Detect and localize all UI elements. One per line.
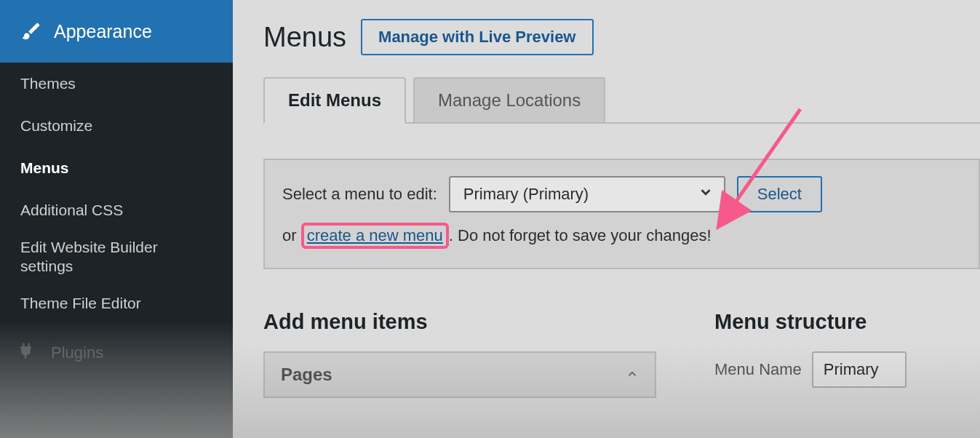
sidebar-item-label: Appearance (54, 21, 152, 42)
add-menu-items-column: Add menu items Pages (263, 310, 656, 398)
select-button[interactable]: Select (737, 176, 822, 212)
sidebar-subitem-menus[interactable]: Menus (0, 147, 233, 189)
menu-structure-column: Menu structure Menu Name (714, 310, 907, 398)
create-new-menu-link[interactable]: create a new menu (307, 226, 443, 244)
select-menu-label: Select a menu to edit: (282, 185, 437, 204)
chevron-down-icon (698, 184, 714, 204)
pages-accordion[interactable]: Pages (263, 351, 656, 398)
sidebar-item-plugins[interactable]: Plugins (0, 330, 233, 375)
page-header: Menus Manage with Live Preview (263, 19, 980, 55)
or-text: or (282, 226, 301, 244)
tabs-nav: Edit Menus Manage Locations (263, 77, 980, 124)
live-preview-button[interactable]: Manage with Live Preview (361, 19, 593, 55)
sidebar-subitem-theme-file-editor[interactable]: Theme File Editor (0, 282, 233, 324)
plug-icon (16, 341, 41, 365)
tab-manage-locations[interactable]: Manage Locations (413, 77, 605, 122)
add-items-title: Add menu items (263, 310, 656, 334)
sidebar-subitem-additional-css[interactable]: Additional CSS (0, 189, 233, 231)
brush-icon (19, 19, 44, 44)
after-create-text: . Do not forget to save your changes! (449, 226, 712, 244)
sidebar-subitem-website-builder[interactable]: Edit Website Builder settings (0, 231, 233, 282)
sidebar-subitem-themes[interactable]: Themes (0, 63, 233, 105)
dropdown-value: Primary (Primary) (463, 185, 589, 203)
page-title: Menus (263, 22, 346, 53)
sidebar-item-appearance[interactable]: Appearance (0, 0, 233, 63)
chevron-up-icon (626, 365, 639, 385)
menu-name-input[interactable] (812, 351, 907, 388)
annotation-highlight: create a new menu (301, 223, 449, 249)
menu-dropdown[interactable]: Primary (Primary) (449, 176, 725, 212)
menu-columns: Add menu items Pages Menu structure Menu… (263, 310, 980, 398)
menu-name-label: Menu Name (714, 360, 802, 379)
structure-title: Menu structure (714, 310, 907, 334)
admin-sidebar: Appearance Themes Customize Menus Additi… (0, 0, 233, 438)
main-content: Menus Manage with Live Preview Edit Menu… (233, 0, 980, 438)
menu-select-panel: Select a menu to edit: Primary (Primary)… (263, 159, 980, 269)
sidebar-subitem-customize[interactable]: Customize (0, 105, 233, 147)
tab-edit-menus[interactable]: Edit Menus (263, 77, 406, 124)
accordion-label: Pages (281, 365, 332, 385)
